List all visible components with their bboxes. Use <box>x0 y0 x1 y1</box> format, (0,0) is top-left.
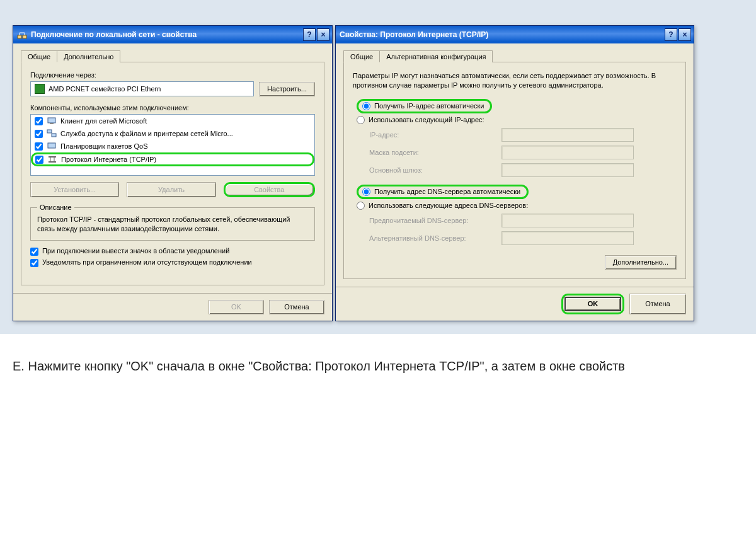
notify-icon-checkbox[interactable] <box>30 248 38 256</box>
gateway-field <box>501 163 634 177</box>
tab-advanced[interactable]: Дополнительно <box>57 50 120 62</box>
radio-ip-auto-label: Получить IP-адрес автоматически <box>374 102 484 110</box>
cancel-button[interactable]: Отмена <box>629 294 686 314</box>
connect-via-label: Подключение через: <box>30 71 315 79</box>
radio-ip-manual-label: Использовать следующий IP-адрес: <box>369 116 484 123</box>
svg-rect-1 <box>23 35 26 38</box>
svg-rect-9 <box>48 143 55 148</box>
title-text: Подключение по локальной сети - свойства <box>31 30 197 39</box>
component-label: Планировщик пакетов QoS <box>60 142 148 150</box>
dns-fields-group: Предпочитаемый DNS-сервер: Альтернативны… <box>369 214 677 245</box>
radio-dns-manual[interactable] <box>357 202 365 210</box>
tabstrip: Общие Альтернативная конфигурация <box>343 50 686 62</box>
component-label: Служба доступа к файлам и принтерам сете… <box>60 130 233 137</box>
advanced-button[interactable]: Дополнительно... <box>605 255 677 270</box>
lan-properties-dialog: Подключение по локальной сети - свойства… <box>13 25 333 321</box>
component-checkbox[interactable] <box>35 117 43 125</box>
titlebar[interactable]: Свойства: Протокол Интернета (TCP/IP) ? … <box>336 26 694 43</box>
info-text: Параметры IP могут назначаться автоматич… <box>353 71 677 90</box>
notify-limited-label: Уведомлять при ограниченном или отсутств… <box>42 258 252 266</box>
nic-icon <box>35 84 45 94</box>
svg-rect-0 <box>18 35 21 38</box>
description-group: Описание Протокол TCP/IP - стандартный п… <box>30 203 315 241</box>
dialog-footer: OK Отмена <box>336 287 694 321</box>
ok-button[interactable]: OK <box>564 297 621 311</box>
tabstrip: Общие Дополнительно <box>21 50 324 62</box>
svg-rect-6 <box>50 123 54 124</box>
title-text: Свойства: Протокол Интернета (TCP/IP) <box>340 30 488 39</box>
titlebar[interactable]: Подключение по локальной сети - свойства… <box>13 26 332 43</box>
dialog-footer: OK Отмена <box>13 293 332 321</box>
ip-address-field <box>501 128 634 142</box>
protocol-icon <box>47 154 57 164</box>
component-label: Протокол Интернета (TCP/IP) <box>61 156 156 163</box>
adapter-field[interactable]: AMD PCNET семейство PCI Ethern <box>30 81 254 96</box>
radio-dns-auto[interactable] <box>362 188 370 196</box>
close-button[interactable]: × <box>317 28 329 41</box>
subnet-mask-label: Маска подсети: <box>369 149 501 156</box>
notify-icon-label: При подключении вывести значок в области… <box>42 247 229 255</box>
components-list[interactable]: Клиент для сетей Microsoft Служба доступ… <box>30 114 315 176</box>
tcpip-properties-dialog: Свойства: Протокол Интернета (TCP/IP) ? … <box>335 25 694 321</box>
help-button[interactable]: ? <box>303 28 316 41</box>
tab-alt-config[interactable]: Альтернативная конфигурация <box>379 50 493 62</box>
close-button[interactable]: × <box>679 28 691 41</box>
connection-icon <box>17 30 27 40</box>
gateway-label: Основной шлюз: <box>369 166 501 174</box>
components-label: Компоненты, используемые этим подключени… <box>30 104 315 112</box>
component-label: Клиент для сетей Microsoft <box>60 117 147 125</box>
dns-alt-label: Альтернативный DNS-сервер: <box>369 234 501 242</box>
help-button[interactable]: ? <box>665 28 677 41</box>
qos-icon <box>47 141 57 151</box>
ok-button[interactable]: OK <box>209 300 264 314</box>
radio-dns-auto-highlight: Получить адрес DNS-сервера автоматически <box>357 185 529 199</box>
ok-button-highlight: OK <box>561 294 624 314</box>
radio-dns-manual-label: Использовать следующие адреса DNS-сервер… <box>369 202 528 209</box>
tab-general[interactable]: Общие <box>21 50 57 62</box>
description-text: Протокол TCP/IP - стандартный протокол г… <box>37 215 308 234</box>
notify-limited-checkbox[interactable] <box>30 259 38 267</box>
service-icon <box>47 129 57 139</box>
component-checkbox[interactable] <box>35 130 43 138</box>
list-item[interactable]: Клиент для сетей Microsoft <box>31 115 314 127</box>
dns-pref-label: Предпочитаемый DNS-сервер: <box>369 217 501 224</box>
properties-button[interactable]: Свойства <box>224 182 315 197</box>
cancel-button[interactable]: Отмена <box>269 300 324 314</box>
component-checkbox[interactable] <box>35 142 43 151</box>
tab-panel-general: Параметры IP могут назначаться автоматич… <box>343 62 686 279</box>
dns-pref-field <box>501 214 634 227</box>
subnet-mask-field <box>501 146 634 159</box>
description-legend: Описание <box>37 203 74 211</box>
client-icon <box>47 116 57 126</box>
ip-address-label: IP-адрес: <box>369 131 501 139</box>
svg-rect-7 <box>47 130 52 133</box>
dns-alt-field <box>501 231 634 245</box>
svg-rect-5 <box>48 118 55 123</box>
radio-dns-auto-label: Получить адрес DNS-сервера автоматически <box>374 188 520 195</box>
component-checkbox[interactable] <box>35 156 43 164</box>
configure-button[interactable]: Настроить... <box>259 82 315 96</box>
list-item[interactable]: Планировщик пакетов QoS <box>31 140 314 152</box>
radio-ip-manual[interactable] <box>357 116 365 124</box>
tab-general[interactable]: Общие <box>343 50 380 62</box>
remove-button[interactable]: Удалить <box>127 182 215 197</box>
svg-rect-8 <box>52 134 56 137</box>
list-item-tcpip[interactable]: Протокол Интернета (TCP/IP) <box>31 152 314 166</box>
list-item[interactable]: Служба доступа к файлам и принтерам сете… <box>31 127 314 140</box>
instruction-text: Е. Нажмите кнопку "OK" сначала в окне "С… <box>0 334 756 399</box>
tab-panel-general: Подключение через: AMD PCNET семейство P… <box>21 62 324 285</box>
ip-fields-group: IP-адрес: Маска подсети: Основной шлюз: <box>369 128 677 177</box>
radio-ip-auto-highlight: Получить IP-адрес автоматически <box>357 99 492 113</box>
adapter-name: AMD PCNET семейство PCI Ethern <box>49 85 161 93</box>
radio-ip-auto[interactable] <box>362 102 370 110</box>
install-button[interactable]: Установить... <box>30 182 119 197</box>
